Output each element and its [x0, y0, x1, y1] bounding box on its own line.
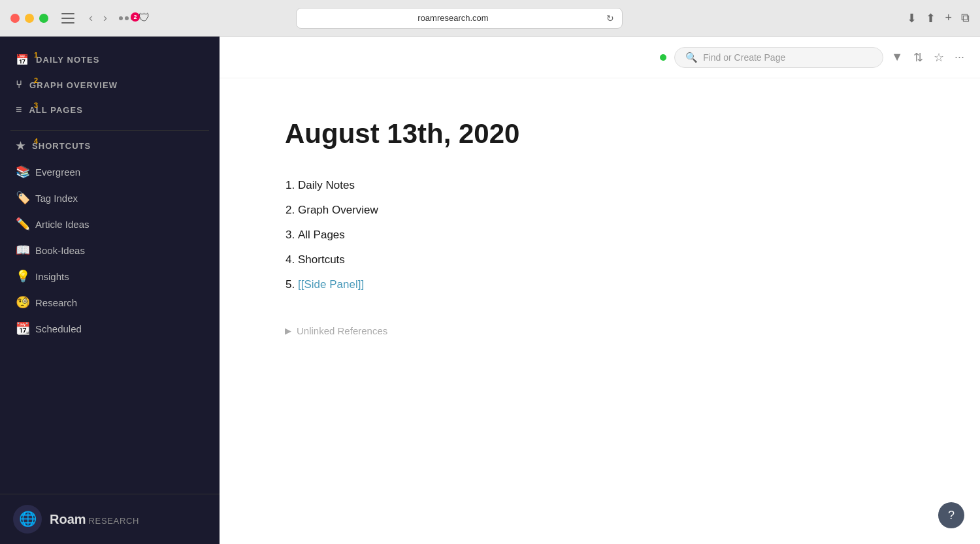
forward-button[interactable]: › [99, 10, 111, 26]
roam-brand-name: Roam [50, 512, 86, 527]
sidebar-item-all-pages[interactable]: ≡ ALL PAGES 3 [0, 97, 220, 122]
sidebar-item-graph-overview[interactable]: ⑂ GRAPH OVERVIEW 2 [0, 72, 220, 97]
app-container: 📅 DAILY NOTES 1 ⑂ GRAPH OVERVIEW 2 ≡ ALL… [0, 37, 980, 544]
sidebar-item-tag-index[interactable]: 🏷️ Tag Index [0, 185, 220, 211]
extensions-dots[interactable]: 2 [119, 16, 135, 20]
list-item-text: Shortcuts [298, 253, 345, 266]
chevron-right-icon: ▶ [285, 326, 291, 336]
maximize-button[interactable] [39, 14, 48, 23]
star-button[interactable]: ☆ [934, 50, 944, 65]
download-button[interactable]: ⬇ [907, 11, 917, 25]
star-icon: ★ [16, 140, 25, 152]
list-item-text: All Pages [298, 229, 345, 241]
search-icon: 🔍 [685, 52, 698, 63]
page-list: Daily Notes Graph Overview All Pages Sho… [298, 176, 928, 294]
extension-badge: 2 [131, 12, 140, 22]
list-item: All Pages [298, 226, 928, 244]
more-button[interactable]: ··· [955, 50, 964, 64]
monocle-icon: 🧐 [16, 295, 30, 310]
url-bar[interactable]: roamresearch.com ↻ [296, 8, 623, 29]
globe-icon: 🌐 [19, 511, 37, 528]
book-icon: 📖 [16, 243, 30, 257]
main-content: 🔍 Find or Create Page ▼ ⇅ ☆ ··· August 1… [220, 37, 980, 544]
shortcut-label: Scheduled [35, 323, 82, 334]
unlinked-refs-label: Unlinked References [297, 325, 387, 336]
browser-right-controls: ⬇ ⬆ + ⧉ [907, 11, 970, 25]
sidebar-divider [10, 130, 209, 131]
unlinked-references[interactable]: ▶ Unlinked References [285, 325, 928, 336]
top-bar: 🔍 Find or Create Page ▼ ⇅ ☆ ··· [220, 37, 980, 78]
sidebar-item-evergreen[interactable]: 📚 Evergreen [0, 159, 220, 185]
reload-button[interactable]: ↻ [606, 13, 614, 24]
daily-notes-badge: 1 [34, 51, 39, 59]
list-item-text: Graph Overview [298, 204, 378, 216]
sidebar-item-book-ideas[interactable]: 📖 Book-Ideas [0, 237, 220, 263]
list-icon: ≡ [16, 104, 22, 116]
roam-brand: Roam RESEARCH [50, 512, 139, 527]
status-dot [660, 54, 666, 61]
page-area: August 13th, 2020 Daily Notes Graph Over… [220, 78, 980, 544]
pencil-icon: ✏️ [16, 217, 30, 231]
tabs-button[interactable]: ⧉ [961, 11, 970, 25]
traffic-lights [10, 14, 48, 23]
sidebar-item-label: DAILY NOTES [36, 55, 99, 65]
shortcut-label: Tag Index [35, 193, 78, 204]
minimize-button[interactable] [25, 14, 34, 23]
sidebar-nav: 📅 DAILY NOTES 1 ⑂ GRAPH OVERVIEW 2 ≡ ALL… [0, 37, 220, 127]
page-title: August 13th, 2020 [285, 118, 928, 150]
sidebar-item-research[interactable]: 🧐 Research [0, 289, 220, 315]
shortcut-label: Book-Ideas [35, 245, 85, 256]
back-button[interactable]: ‹ [85, 10, 97, 26]
sidebar: 📅 DAILY NOTES 1 ⑂ GRAPH OVERVIEW 2 ≡ ALL… [0, 37, 220, 544]
url-text: roamresearch.com [304, 13, 601, 23]
help-button[interactable]: ? [938, 502, 964, 528]
shortcut-label: Insights [35, 271, 69, 282]
shortcut-items: 📚 Evergreen 🏷️ Tag Index ✏️ Article Idea… [0, 159, 220, 347]
list-item-text: Daily Notes [298, 179, 355, 191]
sidebar-item-scheduled[interactable]: 📆 Scheduled [0, 315, 220, 342]
all-pages-badge: 3 [34, 101, 39, 109]
filter-alt-button[interactable]: ⇅ [913, 50, 923, 65]
roam-brand-sub: RESEARCH [89, 516, 139, 526]
shield-icon: 🛡 [139, 11, 150, 25]
close-button[interactable] [10, 14, 20, 23]
extensions-area: 2 🛡 [119, 11, 150, 25]
sidebar-item-insights[interactable]: 💡 Insights [0, 263, 220, 289]
nav-arrows: ‹ › [85, 10, 111, 26]
sidebar-item-daily-notes[interactable]: 📅 DAILY NOTES 1 [0, 47, 220, 72]
browser-chrome: ‹ › 2 🛡 roamresearch.com ↻ ⬇ ⬆ + ⧉ [0, 0, 980, 37]
list-item-link: [[Side Panel]] [298, 276, 928, 294]
share-button[interactable]: ⬆ [926, 11, 936, 25]
list-item: Graph Overview [298, 201, 928, 219]
shortcut-label: Evergreen [35, 167, 80, 178]
top-bar-actions: ▼ ⇅ ☆ ··· [891, 50, 964, 65]
search-placeholder: Find or Create Page [703, 52, 785, 63]
calendar-icon: 📆 [16, 321, 30, 336]
filter-button[interactable]: ▼ [891, 50, 903, 64]
evergreen-icon: 📚 [16, 165, 30, 179]
list-item: Shortcuts [298, 251, 928, 269]
shortcut-label: Article Ideas [35, 219, 90, 230]
roam-logo: 🌐 [13, 505, 42, 534]
calendar-icon: 📅 [16, 54, 29, 66]
bulb-icon: 💡 [16, 269, 30, 283]
list-item: Daily Notes [298, 176, 928, 195]
shortcuts-header: ★ SHORTCUTS 4 [0, 133, 220, 159]
sidebar-toggle-button[interactable] [61, 13, 74, 24]
shortcuts-label: SHORTCUTS [32, 141, 91, 151]
search-bar[interactable]: 🔍 Find or Create Page [674, 47, 883, 68]
tag-icon: 🏷️ [16, 191, 30, 205]
sidebar-item-label: GRAPH OVERVIEW [29, 80, 118, 90]
shortcut-label: Research [35, 297, 77, 308]
graph-icon: ⑂ [16, 79, 23, 91]
new-tab-button[interactable]: + [945, 11, 952, 25]
sidebar-item-article-ideas[interactable]: ✏️ Article Ideas [0, 211, 220, 237]
shortcuts-badge: 4 [34, 137, 39, 145]
sidebar-footer: 🌐 Roam RESEARCH [0, 494, 220, 544]
side-panel-link[interactable]: [[Side Panel]] [298, 278, 364, 291]
graph-overview-badge: 2 [34, 76, 39, 84]
